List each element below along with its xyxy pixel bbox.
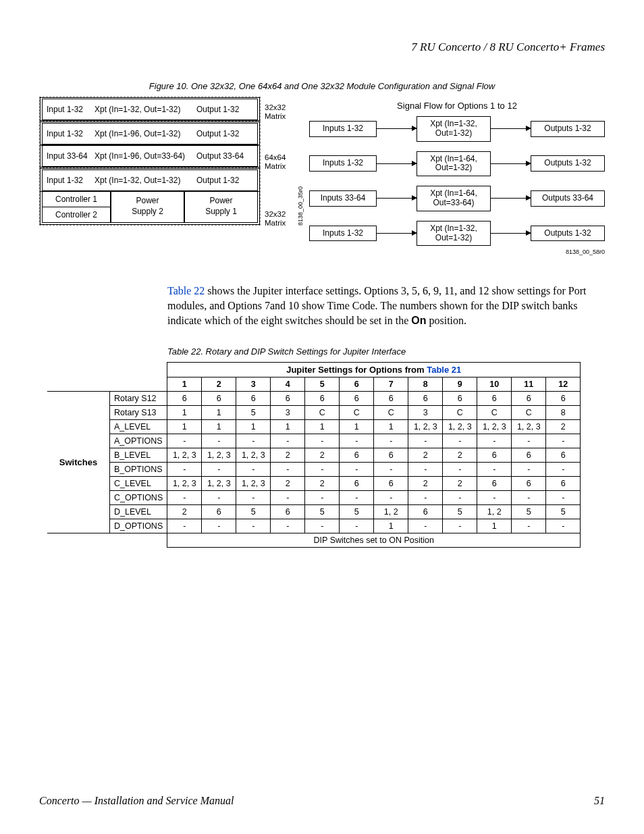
table-cell: 1 [477, 519, 512, 533]
switches-label: Switches [47, 392, 110, 533]
column-header: 10 [477, 377, 512, 392]
column-header: 2 [202, 377, 236, 392]
signal-row: Inputs 1-32Xpt (In=1-64,Out=1-32)Outputs… [309, 151, 605, 177]
table-cell: - [167, 463, 202, 477]
table-cell: 1 [202, 406, 236, 420]
table-cell: 1, 2, 3 [167, 448, 202, 463]
diag-cell: Xpt (In=1-96, Out=33-64) [95, 151, 192, 161]
table-cell: C [477, 406, 512, 420]
table-cell: 1 [374, 420, 408, 434]
table-cell: 1, 2, 3 [167, 477, 202, 491]
column-header: 11 [512, 377, 546, 392]
table-cell: 1 [167, 406, 202, 420]
table-cell: 6 [374, 448, 408, 463]
controller-label: Controller 1 [43, 192, 110, 207]
table-cell: 1 [374, 519, 408, 533]
table-cell: C [512, 406, 546, 420]
table-cell: - [271, 434, 305, 448]
table-cell: - [305, 434, 340, 448]
table-cell: - [477, 434, 512, 448]
table-cell: 1, 2, 3 [512, 420, 546, 434]
power-label: Power Supply 2 [111, 192, 184, 222]
matrix-label: 32x32 Matrix [265, 210, 286, 227]
table-cell: 5 [546, 505, 581, 519]
table-cell: 2 [271, 477, 305, 491]
row-header: Rotary S13 [110, 406, 167, 420]
table-cell: 2 [408, 448, 443, 463]
table-cell: 5 [340, 505, 374, 519]
table-cell: - [443, 519, 477, 533]
column-header: 4 [271, 377, 305, 392]
signal-flow-title: Signal Flow for Options 1 to 12 [309, 101, 605, 111]
table-cell: - [305, 519, 340, 533]
signal-xpt-box: Xpt (In=1-32,Out=1-32) [417, 116, 491, 142]
row-header: A_LEVEL [110, 420, 167, 434]
table-cell: 2 [167, 505, 202, 519]
table-cell: - [167, 519, 202, 533]
signal-input-box: Inputs 1-32 [309, 226, 377, 242]
column-header: 1 [167, 377, 202, 392]
table-cell: 5 [443, 505, 477, 519]
diag-cell: Output 33-64 [196, 151, 250, 161]
diag-cell: Output 1-32 [196, 129, 250, 138]
diag-cell: Output 1-32 [196, 176, 250, 185]
table-cell: - [236, 463, 271, 477]
diag-cell: Xpt (In=1-32, Out=1-32) [95, 105, 192, 114]
table-cell: 8 [546, 406, 581, 420]
table-cell: - [408, 463, 443, 477]
arrow-icon [377, 163, 417, 164]
controller-label: Controller 2 [43, 207, 110, 222]
table-cell: 2 [271, 448, 305, 463]
table-cell: C [340, 406, 374, 420]
table-cell: 3 [408, 406, 443, 420]
table-cell: 2 [443, 448, 477, 463]
table-cell: - [512, 491, 546, 505]
page-footer: Concerto — Installation and Service Manu… [39, 795, 605, 807]
signal-input-box: Inputs 1-32 [309, 121, 377, 137]
table-cell: 1, 2, 3 [236, 448, 271, 463]
row-header: D_OPTIONS [110, 519, 167, 533]
table-cell: - [271, 519, 305, 533]
column-header: 8 [408, 377, 443, 392]
arrow-icon [491, 198, 531, 199]
table-cell: 6 [408, 505, 443, 519]
table-cell: C [305, 406, 340, 420]
signal-xpt-box: Xpt (In=1-64,Out=1-32) [417, 151, 491, 177]
table-cell: 6 [408, 392, 443, 406]
signal-flow-diagram: Signal Flow for Options 1 to 12 Inputs 1… [309, 97, 605, 255]
table-cell: C [374, 406, 408, 420]
table-cell: 6 [202, 392, 236, 406]
table-footer: DIP Switches set to ON Position [167, 533, 581, 548]
table-cell: 6 [477, 448, 512, 463]
table-cell: 6 [236, 392, 271, 406]
table-cell: - [443, 491, 477, 505]
arrow-icon [491, 128, 531, 129]
table-cell: - [443, 434, 477, 448]
table-link[interactable]: Table 21 [427, 365, 461, 375]
table-cell: 6 [305, 392, 340, 406]
column-header: 3 [236, 377, 271, 392]
table-cell: - [202, 519, 236, 533]
table-cell: 6 [512, 392, 546, 406]
diagram-id: 8138_00_35r0 [297, 186, 304, 226]
table-cell: 6 [340, 477, 374, 491]
matrix-label: 64x64 Matrix [265, 153, 286, 170]
table-cell: - [477, 463, 512, 477]
table-cell: 5 [512, 505, 546, 519]
table-cell: 6 [271, 392, 305, 406]
table-cell: 1 [271, 420, 305, 434]
table-cell: 6 [167, 392, 202, 406]
diag-cell: Input 1-32 [47, 129, 90, 138]
table-cell: 1, 2, 3 [202, 477, 236, 491]
table-cell: - [271, 491, 305, 505]
signal-input-box: Inputs 33-64 [309, 190, 377, 207]
table-cell: 2 [443, 477, 477, 491]
table-cell: C [443, 406, 477, 420]
page-header: 7 RU Concerto / 8 RU Concerto+ Frames [39, 41, 605, 54]
table-link[interactable]: Table 22 [167, 285, 205, 296]
table-cell: 6 [202, 505, 236, 519]
row-header: D_LEVEL [110, 505, 167, 519]
table-cell: 1, 2 [477, 505, 512, 519]
diag-cell: Input 1-32 [47, 176, 90, 185]
table-cell: - [408, 434, 443, 448]
